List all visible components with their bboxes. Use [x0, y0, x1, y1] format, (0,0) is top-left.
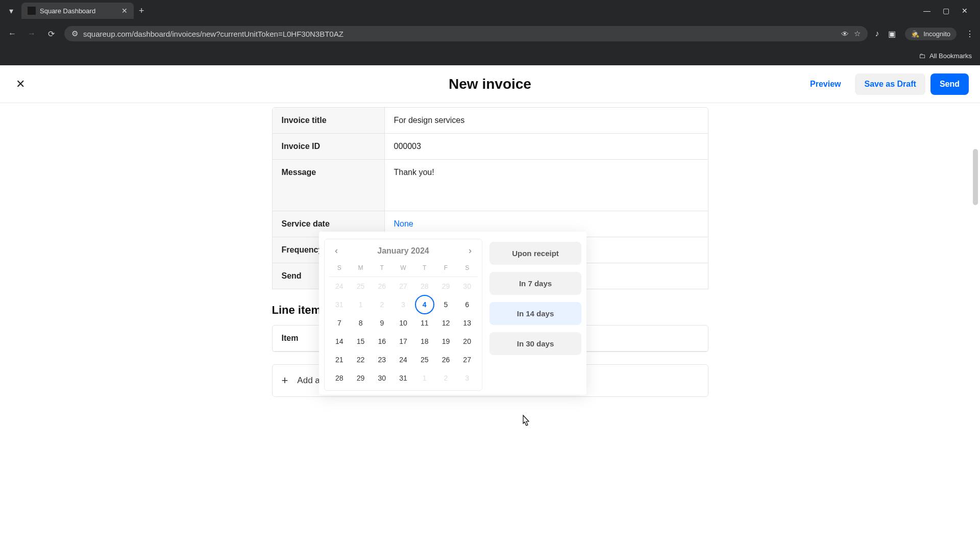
incognito-indicator[interactable]: 🕵 Incognito	[905, 28, 957, 40]
bookmark-star-icon[interactable]: ☆	[854, 29, 861, 38]
value-message[interactable]: Thank you!	[385, 160, 708, 211]
site-settings-icon[interactable]: ⚙	[71, 29, 78, 38]
calendar-day[interactable]: 9	[371, 314, 393, 332]
calendar-dow: S	[456, 261, 478, 277]
media-icon[interactable]: ♪	[875, 29, 879, 38]
calendar-dow: F	[435, 261, 457, 277]
calendar-day-disabled: 1	[414, 369, 435, 387]
calendar-day[interactable]: 10	[393, 314, 414, 332]
tab-title: Square Dashboard	[40, 7, 95, 15]
calendar-day[interactable]: 6	[456, 295, 478, 314]
calendar-day[interactable]: 29	[350, 369, 372, 387]
calendar-day[interactable]: 30	[371, 369, 393, 387]
calendar-day[interactable]: 5	[435, 295, 457, 314]
calendar-day[interactable]: 12	[435, 314, 457, 332]
calendar-dow: M	[350, 261, 372, 277]
close-window-icon[interactable]: ✕	[962, 7, 968, 15]
panel-icon[interactable]: ▣	[888, 29, 896, 39]
calendar-day[interactable]: 7	[329, 314, 350, 332]
calendar-month: January 2024	[377, 246, 429, 256]
eye-off-icon[interactable]: 👁	[841, 30, 849, 38]
calendar-day[interactable]: 28	[329, 369, 350, 387]
save-draft-button[interactable]: Save as Draft	[855, 73, 925, 95]
browser-tab[interactable]: Square Dashboard ✕	[21, 3, 134, 19]
calendar-grid: SMTWTFS242526272829303112345678910111213…	[329, 261, 478, 387]
new-tab-icon[interactable]: +	[139, 6, 144, 16]
calendar-day[interactable]: 20	[456, 332, 478, 350]
url-text: squareup.com/dashboard/invoices/new?curr…	[83, 30, 836, 38]
content-area: Invoice title For design services Invoic…	[0, 103, 980, 551]
calendar-day[interactable]: 17	[393, 332, 414, 350]
calendar-day[interactable]: 19	[435, 332, 457, 350]
label-invoice-id: Invoice ID	[273, 134, 385, 159]
reload-icon[interactable]: ⟳	[45, 28, 57, 40]
incognito-label: Incognito	[923, 30, 950, 38]
close-icon[interactable]: ✕	[11, 75, 30, 93]
calendar: ‹ January 2024 › SMTWTFS2425262728293031…	[324, 239, 482, 391]
all-bookmarks-link[interactable]: All Bookmarks	[929, 52, 972, 60]
send-button[interactable]: Send	[930, 73, 969, 95]
favicon-icon	[28, 7, 36, 15]
calendar-day[interactable]: 16	[371, 332, 393, 350]
preview-button[interactable]: Preview	[801, 73, 850, 95]
calendar-day-disabled: 1	[350, 295, 372, 314]
tab-dropdown-icon[interactable]: ▾	[4, 4, 18, 18]
calendar-day[interactable]: 24	[393, 350, 414, 369]
prev-month-icon[interactable]: ‹	[331, 245, 342, 256]
calendar-day[interactable]: 15	[350, 332, 372, 350]
minimize-icon[interactable]: —	[923, 7, 930, 15]
calendar-day[interactable]: 18	[414, 332, 435, 350]
plus-icon: +	[282, 374, 288, 387]
address-bar[interactable]: ⚙ squareup.com/dashboard/invoices/new?cu…	[64, 26, 868, 41]
next-month-icon[interactable]: ›	[464, 245, 476, 256]
calendar-day[interactable]: 8	[350, 314, 372, 332]
preset-upon-receipt[interactable]: Upon receipt	[489, 242, 581, 265]
page-title: New invoice	[449, 76, 531, 92]
browser-chrome: ▾ Square Dashboard ✕ + — ▢ ✕ ← → ⟳ ⚙ squ…	[0, 0, 980, 65]
back-icon[interactable]: ←	[6, 28, 18, 40]
calendar-day[interactable]: 27	[456, 350, 478, 369]
value-invoice-id[interactable]: 000003	[385, 134, 708, 159]
scrollbar-thumb[interactable]	[973, 149, 978, 205]
row-message: Message Thank you!	[273, 160, 708, 211]
calendar-day[interactable]: 11	[414, 314, 435, 332]
calendar-day[interactable]: 26	[435, 350, 457, 369]
calendar-day-disabled: 31	[329, 295, 350, 314]
calendar-day-disabled: 2	[435, 369, 457, 387]
preset-30-days[interactable]: In 30 days	[489, 332, 581, 355]
header-actions: Preview Save as Draft Send	[801, 73, 969, 95]
calendar-day-today[interactable]: 4	[414, 295, 435, 314]
nav-bar: ← → ⟳ ⚙ squareup.com/dashboard/invoices/…	[0, 21, 980, 46]
calendar-day-disabled: 3	[393, 295, 414, 314]
maximize-icon[interactable]: ▢	[943, 7, 949, 15]
calendar-day-disabled: 26	[371, 277, 393, 295]
calendar-dow: S	[329, 261, 350, 277]
calendar-day[interactable]: 22	[350, 350, 372, 369]
calendar-day-disabled: 2	[371, 295, 393, 314]
label-invoice-title: Invoice title	[273, 108, 385, 133]
forward-icon[interactable]: →	[26, 28, 38, 40]
tab-bar: ▾ Square Dashboard ✕ + — ▢ ✕	[0, 0, 980, 21]
preset-7-days[interactable]: In 7 days	[489, 272, 581, 295]
calendar-day[interactable]: 14	[329, 332, 350, 350]
calendar-day[interactable]: 13	[456, 314, 478, 332]
value-invoice-title[interactable]: For design services	[385, 108, 708, 133]
calendar-day-disabled: 29	[435, 277, 457, 295]
preset-14-days[interactable]: In 14 days	[489, 302, 581, 325]
row-invoice-title: Invoice title For design services	[273, 108, 708, 134]
calendar-day[interactable]: 23	[371, 350, 393, 369]
incognito-icon: 🕵	[911, 30, 919, 38]
label-message: Message	[273, 160, 385, 211]
calendar-day-disabled: 30	[456, 277, 478, 295]
calendar-day[interactable]: 25	[414, 350, 435, 369]
tab-close-icon[interactable]: ✕	[121, 7, 128, 15]
calendar-day[interactable]: 31	[393, 369, 414, 387]
folder-icon: 🗀	[919, 52, 925, 60]
row-invoice-id: Invoice ID 000003	[273, 134, 708, 160]
window-controls: — ▢ ✕	[923, 7, 976, 15]
date-picker-popup: ‹ January 2024 › SMTWTFS2425262728293031…	[319, 232, 586, 395]
calendar-day[interactable]: 21	[329, 350, 350, 369]
cursor-icon	[520, 414, 530, 430]
calendar-dow: T	[414, 261, 435, 277]
menu-icon[interactable]: ⋮	[966, 29, 974, 39]
